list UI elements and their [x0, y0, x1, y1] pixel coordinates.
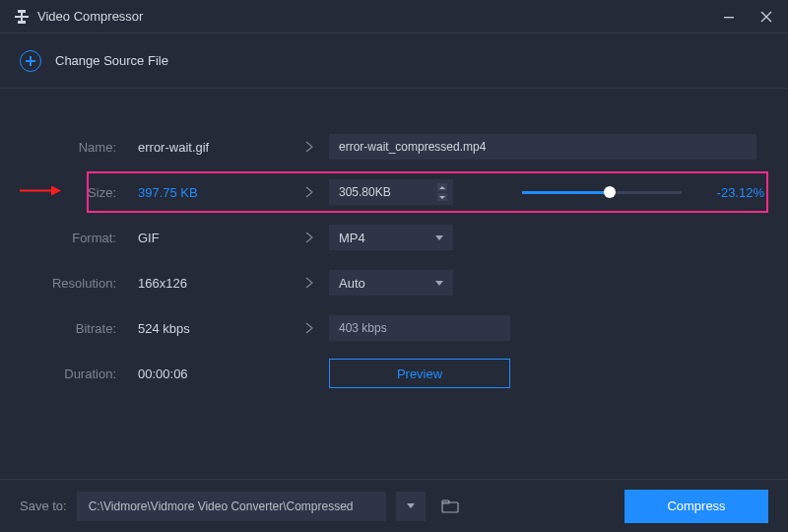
- size-step-down[interactable]: [437, 193, 447, 201]
- chevron-down-icon: [435, 235, 443, 240]
- change-source-link[interactable]: Change Source File: [55, 53, 168, 68]
- save-path-value: C:\Vidmore\Vidmore Video Converter\Compr…: [89, 499, 354, 513]
- source-resolution: 166x126: [124, 276, 290, 291]
- resolution-select[interactable]: Auto: [329, 270, 453, 296]
- titlebar: Video Compressor: [0, 0, 788, 33]
- size-slider[interactable]: [522, 180, 682, 204]
- label-name: Name:: [0, 140, 124, 155]
- size-step-up[interactable]: [437, 183, 447, 191]
- arrow-icon: [290, 140, 329, 154]
- window-controls: [721, 9, 774, 25]
- source-format: GIF: [124, 231, 290, 245]
- save-path-display[interactable]: C:\Vidmore\Vidmore Video Converter\Compr…: [77, 492, 386, 521]
- row-bitrate: Bitrate: 524 kbps 403 kbps: [0, 305, 788, 351]
- label-resolution: Resolution:: [0, 276, 124, 291]
- save-to-label: Save to:: [20, 499, 67, 513]
- save-path-dropdown[interactable]: [396, 492, 426, 521]
- svg-rect-2: [18, 10, 26, 13]
- add-source-icon[interactable]: [20, 50, 41, 72]
- row-resolution: Resolution: 166x126 Auto: [0, 260, 788, 305]
- resolution-select-value: Auto: [339, 276, 365, 291]
- close-button[interactable]: [758, 9, 774, 25]
- arrow-icon: [290, 276, 329, 290]
- label-bitrate: Bitrate:: [0, 321, 124, 336]
- svg-rect-1: [15, 16, 29, 18]
- chevron-down-icon: [435, 281, 443, 286]
- format-select-value: MP4: [339, 231, 365, 245]
- label-duration: Duration:: [0, 366, 124, 381]
- label-format: Format:: [0, 231, 124, 245]
- app-logo-icon: [14, 9, 30, 25]
- target-size-stepper[interactable]: 305.80KB: [329, 179, 453, 205]
- row-format: Format: GIF MP4: [0, 215, 788, 260]
- annotation-arrow-icon: [18, 184, 61, 201]
- arrow-icon: [290, 231, 329, 244]
- format-select[interactable]: MP4: [329, 225, 453, 250]
- svg-rect-3: [18, 21, 26, 24]
- row-duration: Duration: 00:00:06 Preview: [0, 351, 788, 396]
- settings-panel: Name: error-wait.gif Size: 397.75 KB 305…: [0, 89, 788, 396]
- target-size-value: 305.80KB: [339, 185, 391, 199]
- svg-rect-4: [724, 17, 734, 18]
- footer: Save to: C:\Vidmore\Vidmore Video Conver…: [0, 479, 788, 532]
- open-folder-button[interactable]: [439, 496, 461, 517]
- compress-button[interactable]: Compress: [624, 490, 768, 523]
- row-size: Size: 397.75 KB 305.80KB -23.12%: [0, 169, 788, 215]
- svg-marker-10: [51, 186, 61, 196]
- arrow-icon: [290, 185, 329, 199]
- window-title: Video Compressor: [37, 9, 143, 24]
- source-size: 397.75 KB: [124, 185, 290, 200]
- chevron-down-icon: [407, 503, 415, 508]
- minimize-button[interactable]: [721, 9, 737, 25]
- slider-thumb[interactable]: [604, 186, 616, 198]
- size-percent: -23.12%: [701, 185, 764, 200]
- source-duration: 00:00:06: [124, 366, 290, 381]
- svg-rect-8: [26, 60, 35, 62]
- output-name-input[interactable]: [329, 134, 756, 160]
- arrow-icon: [290, 321, 329, 335]
- row-name: Name: error-wait.gif: [0, 124, 788, 169]
- source-bitrate: 524 kbps: [124, 321, 290, 336]
- source-name: error-wait.gif: [124, 140, 290, 155]
- preview-button[interactable]: Preview: [329, 359, 510, 388]
- change-source-bar: Change Source File: [0, 33, 788, 89]
- target-bitrate: 403 kbps: [329, 315, 510, 341]
